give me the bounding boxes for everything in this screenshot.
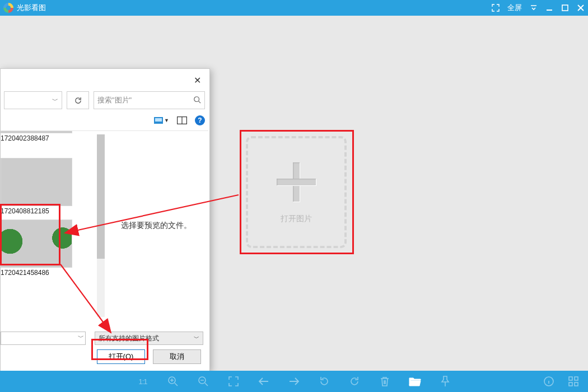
maximize-button[interactable] (561, 4, 569, 12)
prev-image-icon[interactable] (257, 375, 270, 388)
app-title: 光影看图 (17, 3, 46, 13)
zoom-in-icon[interactable] (166, 375, 180, 388)
content-area: 打开图片 ✕ ﹀ 搜索"图片" (0, 16, 588, 371)
filetype-select[interactable]: 所有支持的图片格式 ﹀ (95, 332, 203, 345)
file-name: 1720408812185 (1, 207, 72, 215)
rotate-left-icon[interactable] (318, 375, 331, 388)
search-input[interactable]: 搜索"图片" (94, 91, 205, 109)
plus-icon (277, 162, 316, 202)
app-logo-icon (3, 3, 13, 13)
bottom-toolbar: 1:1 (0, 371, 588, 392)
refresh-button[interactable] (67, 91, 89, 109)
zoom-out-icon[interactable] (197, 375, 210, 388)
dropzone-label: 打开图片 (281, 214, 312, 224)
file-list: 1720402388487 1720408812185 172042145848… (1, 131, 96, 320)
open-image-dropzone[interactable]: 打开图片 (246, 136, 347, 248)
zoom-ratio[interactable]: 1:1 (136, 375, 150, 388)
svg-rect-3 (155, 118, 162, 122)
svg-rect-13 (575, 382, 578, 386)
info-icon[interactable] (542, 375, 556, 388)
file-name: 1720421458486 (1, 269, 72, 277)
search-icon (193, 96, 201, 105)
chevron-down-icon: ﹀ (78, 333, 84, 342)
svg-rect-0 (562, 5, 568, 11)
file-item[interactable]: 1720402388487 (1, 131, 72, 142)
chevron-down-icon: ﹀ (194, 334, 199, 342)
rotate-right-icon[interactable] (348, 375, 361, 388)
file-thumbnail (1, 220, 72, 268)
file-item[interactable]: 1720421458486 (1, 220, 72, 277)
chevron-down-icon: ﹀ (48, 96, 62, 105)
delete-icon[interactable] (378, 375, 391, 388)
menu-dropdown-icon[interactable] (530, 5, 538, 11)
fullscreen-button[interactable] (492, 4, 500, 12)
preview-pane: 选择要预览的文件。 (107, 131, 205, 320)
splitter-scrollbar[interactable] (97, 134, 105, 317)
open-folder-icon[interactable] (408, 375, 422, 388)
file-open-dialog: ✕ ﹀ 搜索"图片" (0, 68, 210, 371)
next-image-icon[interactable] (287, 375, 301, 388)
caret-down-icon: ▼ (164, 118, 169, 123)
svg-rect-10 (569, 377, 572, 380)
help-icon[interactable]: ? (195, 115, 205, 125)
open-button[interactable]: 打开(O) (97, 349, 145, 364)
address-dropdown[interactable]: ﹀ (4, 91, 62, 109)
svg-point-1 (194, 96, 199, 101)
svg-rect-11 (575, 377, 578, 380)
pin-icon[interactable] (438, 375, 452, 388)
file-name: 1720402388487 (1, 134, 72, 142)
titlebar: 光影看图 全屏 (0, 0, 588, 16)
file-thumbnail (1, 131, 72, 133)
cancel-button[interactable]: 取消 (153, 349, 201, 364)
fullscreen-icon[interactable] (227, 375, 240, 388)
file-item[interactable]: 1720408812185 (1, 158, 72, 215)
svg-rect-12 (569, 382, 572, 386)
filename-input[interactable]: ﹀ (1, 332, 86, 345)
close-button[interactable] (577, 4, 585, 12)
dialog-close-button[interactable]: ✕ (187, 72, 207, 88)
preview-hint: 选择要预览的文件。 (121, 221, 192, 231)
view-mode-button[interactable]: ▼ (154, 117, 169, 124)
preview-pane-button[interactable] (177, 116, 187, 124)
search-placeholder: 搜索"图片" (97, 95, 132, 105)
file-thumbnail (1, 158, 72, 206)
minimize-button[interactable] (545, 4, 553, 12)
fullscreen-label[interactable]: 全屏 (507, 3, 522, 13)
filetype-label: 所有支持的图片格式 (99, 334, 159, 343)
grid-icon[interactable] (567, 375, 580, 388)
